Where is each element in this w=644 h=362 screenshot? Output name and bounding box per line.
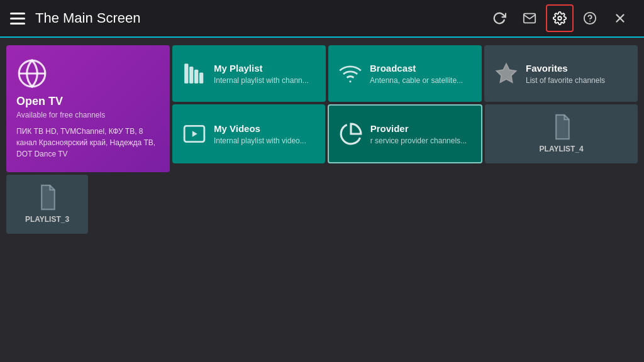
playlist3-tile[interactable]: PLAYLIST_3	[6, 175, 88, 234]
playlist4-title: PLAYLIST_4	[540, 145, 584, 155]
svg-point-0	[558, 16, 562, 20]
svg-rect-7	[184, 63, 188, 84]
playlist-tile[interactable]: My Playlist Internal playlist with chann…	[172, 45, 326, 102]
broadcast-subtitle: Antenna, cable or satellite...	[370, 76, 463, 85]
help-button[interactable]	[576, 4, 604, 32]
favorites-tile[interactable]: Favorites List of favorite channels	[484, 45, 638, 102]
app-title: The Main Screen	[35, 10, 486, 26]
provider-tile[interactable]: Provider r service provider channels...	[328, 104, 483, 163]
favorites-title: Favorites	[526, 62, 605, 75]
svg-rect-9	[194, 70, 198, 84]
broadcast-title: Broadcast	[370, 62, 463, 75]
svg-rect-10	[199, 72, 203, 83]
playlist-subtitle: Internal playlist with chann...	[214, 76, 309, 85]
main-content: Open TV Available for free channels ПИК …	[0, 38, 644, 241]
playlist4-tile[interactable]: PLAYLIST_4	[485, 104, 638, 163]
menu-icon[interactable]	[10, 13, 25, 25]
settings-button[interactable]	[546, 4, 574, 32]
svg-rect-8	[189, 67, 193, 84]
header-actions	[486, 4, 634, 32]
opentv-title: Open TV	[16, 94, 160, 109]
provider-subtitle: r service provider channels...	[370, 136, 467, 145]
svg-marker-14	[192, 131, 197, 137]
header: The Main Screen	[0, 0, 644, 38]
myvideos-title: My Videos	[214, 123, 306, 135]
opentv-subtitle: Available for free channels	[16, 111, 160, 119]
refresh-button[interactable]	[486, 4, 513, 32]
mail-button[interactable]	[516, 4, 543, 32]
close-button[interactable]	[606, 4, 634, 32]
opentv-tile[interactable]: Open TV Available for free channels ПИК …	[6, 45, 170, 172]
playlist-title: My Playlist	[214, 62, 309, 75]
broadcast-tile[interactable]: Broadcast Antenna, cable or satellite...	[328, 45, 482, 102]
favorites-subtitle: List of favorite channels	[526, 76, 605, 85]
provider-title: Provider	[370, 123, 467, 135]
svg-marker-12	[496, 63, 516, 82]
svg-point-11	[349, 80, 351, 82]
myvideos-subtitle: Internal playlist with video...	[214, 136, 306, 145]
opentv-channels: ПИК ТВ HD, TVMChannel, КФУ ТВ, 8 канал К…	[16, 126, 160, 160]
playlist3-title: PLAYLIST_3	[25, 215, 69, 225]
myvideos-tile[interactable]: My Videos Internal playlist with video..…	[172, 104, 325, 163]
